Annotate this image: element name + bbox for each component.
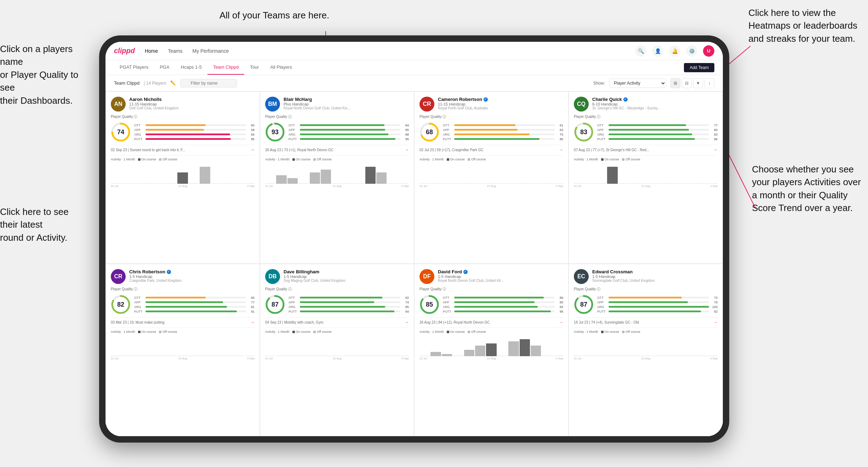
last-round[interactable]: 07 Aug 23 | 77 (+7), St George's Hill GC… (574, 145, 718, 152)
nav-link-performance[interactable]: My Performance (192, 48, 229, 54)
last-round[interactable]: 18 Jul 23 | 74 (+4), Sunningdale GC - Ol… (574, 317, 718, 325)
score-circle[interactable]: 82 (111, 295, 131, 314)
player-name[interactable]: Edward Crossman (592, 269, 718, 274)
last-round[interactable]: 04 Sep 23 | Mobility with coach, Gym → (265, 317, 409, 325)
player-info: Aaron Nicholls 11-15 Handicap Drift Golf… (129, 97, 255, 110)
quality-section[interactable]: 83 OTT 77 APP 80 ARG 83 PUTT (574, 122, 718, 142)
score-circle[interactable]: 83 (574, 122, 594, 142)
chart-bar (265, 183, 275, 184)
quality-label: Player Quality ⓘ (111, 114, 255, 119)
quality-section[interactable]: 87 OTT 82 APP 74 ARG 85 PUTT (265, 295, 409, 314)
settings-button[interactable]: ⚙️ (686, 45, 697, 57)
score-circle[interactable]: 85 (419, 295, 439, 314)
stat-label: ARG (597, 133, 607, 136)
stat-row: ARG 84 (134, 133, 255, 136)
player-club: Royal North Devon Golf Club, United Kin.… (284, 106, 409, 110)
chart-bar (354, 355, 364, 356)
score-circle[interactable]: 87 (574, 295, 594, 314)
stat-bar (145, 124, 206, 126)
profile-button[interactable]: 👤 (652, 45, 663, 57)
subtab-pga[interactable]: PGA (154, 60, 175, 75)
activity-section: Activity · 1 Month On course Off course … (265, 155, 409, 188)
player-club: Sog Maging Golf Club, United Kingdom (284, 279, 409, 283)
last-round-arrow[interactable]: → (250, 147, 255, 152)
last-round[interactable]: 26 Aug 23 | 84 (+12), Royal North Devon … (419, 317, 563, 325)
stat-row: ARG 81 (134, 305, 255, 309)
stat-bar-bg (609, 311, 709, 312)
quality-section[interactable]: 87 OTT 73 APP 79 ARG 103 PUTT (574, 295, 718, 314)
stat-value: 77 (710, 124, 718, 127)
player-avatar: BM (265, 97, 280, 112)
subtab-pgat[interactable]: PGAT Players (114, 60, 154, 75)
player-handicap: 11-15 Handicap (129, 102, 255, 106)
player-name[interactable]: Dave Billingham (284, 269, 409, 274)
quality-section[interactable]: 74 OTT 60 APP 58 ARG 84 PUTT (111, 122, 255, 142)
chart-bar (430, 352, 441, 356)
player-name[interactable]: Chris Robertson ✓ (129, 269, 255, 274)
stats-bars: OTT 89 APP 80 ARG 83 PUTT 9 (443, 296, 563, 313)
quality-label: Player Quality ⓘ (574, 287, 718, 292)
stat-label: ARG (443, 133, 453, 136)
list-view-button[interactable]: ⊟ (682, 78, 692, 88)
grid-view-button[interactable]: ⊞ (670, 78, 680, 88)
notifications-button[interactable]: 🔔 (669, 45, 680, 57)
last-round-arrow[interactable]: → (250, 320, 255, 325)
quality-label: Player Quality ⓘ (265, 287, 409, 292)
quality-section[interactable]: 68 OTT 61 APP 63 ARG 75 PUTT (419, 122, 563, 142)
last-round[interactable]: 26 Aug 23 | 73 (+1), Royal North Devon G… (265, 145, 409, 152)
player-card-5: DB Dave Billingham 1-5 Handicap Sog Magi… (260, 264, 414, 436)
score-circle[interactable]: 68 (419, 122, 439, 142)
stat-value: 96 (556, 310, 563, 313)
stat-value: 77 (247, 301, 255, 304)
stat-value: 75 (556, 133, 563, 136)
add-team-button[interactable]: Add Team (684, 63, 714, 72)
chart-x-labels: 31 Jul 21 Aug 4 Sep (265, 357, 409, 360)
last-round-arrow[interactable]: → (405, 320, 409, 325)
show-select[interactable]: Player Activity Quality Score Trend (609, 79, 666, 88)
last-round[interactable]: 03 Mar 23 | 19, Must make putting → (111, 317, 255, 325)
quality-section[interactable]: 82 OTT 60 APP 77 ARG 81 PUTT (111, 295, 255, 314)
edit-icon[interactable]: ✏️ (170, 80, 176, 86)
score-circle[interactable]: 74 (111, 122, 131, 142)
score-number: 87 (272, 301, 279, 308)
last-round-arrow[interactable]: → (559, 147, 563, 152)
last-round-arrow[interactable]: → (713, 320, 718, 325)
last-round-arrow[interactable]: → (713, 147, 718, 152)
subtab-all-players[interactable]: All Players (264, 60, 297, 75)
subtab-tour[interactable]: Tour (244, 60, 264, 75)
avatar-button[interactable]: U (703, 45, 714, 57)
chart-bar (607, 167, 617, 184)
stat-bar (145, 301, 223, 303)
player-name[interactable]: Blair McHarg (284, 97, 409, 102)
score-circle[interactable]: 87 (265, 295, 285, 314)
quality-section[interactable]: 85 OTT 89 APP 80 ARG 83 PUTT (419, 295, 563, 314)
nav-link-teams[interactable]: Teams (168, 48, 182, 54)
player-name[interactable]: Charlie Quick ✓ (592, 97, 718, 102)
last-round[interactable]: 02 Sep 23 | Sunset round to get back int… (111, 145, 255, 152)
quality-section[interactable]: 93 OTT 84 APP 85 ARG 88 PUTT (265, 122, 409, 142)
stat-label: OTT (443, 296, 453, 300)
filter-input[interactable] (180, 79, 237, 87)
score-circle[interactable]: 93 (265, 122, 285, 142)
search-button[interactable]: 🔍 (635, 45, 646, 57)
filter-button[interactable]: ▼ (693, 78, 703, 88)
player-club: Drift Golf Club, United Kingdom (129, 106, 255, 110)
stat-bar-bg (300, 306, 400, 308)
chart-x-labels: 31 Jul 21 Aug 4 Sep (419, 184, 563, 188)
player-name[interactable]: Cameron Robertson ✓ (438, 97, 563, 102)
score-number: 93 (272, 129, 279, 136)
on-course-legend: On course (292, 158, 311, 161)
nav-link-home[interactable]: Home (145, 48, 158, 54)
subtab-hcaps[interactable]: Hcaps 1-5 (175, 60, 207, 75)
last-round-arrow[interactable]: → (405, 147, 409, 152)
player-name[interactable]: David Ford ✓ (438, 269, 563, 274)
last-round[interactable]: 02 Jul 23 | 59 (+17), Craigmillar Park G… (419, 145, 563, 152)
chart-bar (553, 183, 563, 184)
chart-area (265, 335, 409, 356)
sort-button[interactable]: ↕ (704, 78, 714, 88)
player-name[interactable]: Aaron Nicholls (129, 97, 255, 102)
last-round-arrow[interactable]: → (559, 320, 563, 325)
stat-label: ARG (134, 305, 144, 309)
subtab-team-clippd[interactable]: Team Clippd (207, 60, 244, 75)
stat-row: PUTT 86 (597, 137, 718, 141)
